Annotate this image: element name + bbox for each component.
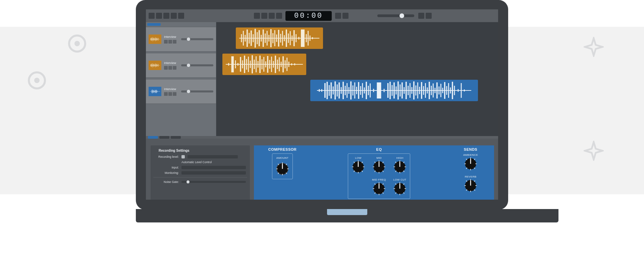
track-row[interactable]: Interview — [146, 53, 216, 78]
toolbar-button[interactable] — [335, 13, 341, 19]
svg-rect-117 — [346, 83, 347, 98]
svg-rect-71 — [312, 37, 313, 39]
svg-rect-121 — [354, 82, 355, 98]
svg-rect-5 — [151, 38, 152, 41]
toolbar-button[interactable] — [342, 13, 348, 19]
track-mute-button[interactable] — [164, 66, 168, 70]
svg-rect-105 — [321, 89, 322, 92]
input-select[interactable] — [181, 166, 246, 169]
track-row[interactable]: Interview — [146, 27, 216, 52]
svg-rect-69 — [308, 31, 309, 46]
noise-gate-slider[interactable] — [181, 181, 246, 183]
track-arm-button[interactable] — [173, 40, 176, 44]
eq-high-knob[interactable] — [392, 159, 407, 174]
eq-midfreq-knob[interactable] — [372, 181, 386, 196]
toolbar-button[interactable] — [149, 13, 155, 19]
track-volume-slider[interactable] — [181, 64, 213, 66]
svg-rect-107 — [327, 82, 328, 99]
track-solo-button[interactable] — [168, 40, 172, 44]
svg-rect-30 — [153, 90, 153, 92]
sends-reverb-knob[interactable] — [463, 178, 478, 193]
svg-rect-97 — [281, 62, 282, 67]
eq-lowcut-knob[interactable] — [392, 181, 407, 196]
svg-rect-15 — [158, 38, 158, 41]
panel-tab[interactable] — [159, 136, 169, 139]
svg-point-1 — [34, 78, 40, 83]
fx-panel: COMPRESSOR AMOUNT — [254, 145, 494, 200]
audio-clip[interactable] — [236, 27, 323, 49]
eq-mid-knob[interactable] — [372, 159, 386, 174]
track-label: Interview — [164, 61, 176, 65]
track-solo-button[interactable] — [168, 92, 172, 96]
toolbar-button[interactable] — [426, 13, 432, 19]
svg-rect-41 — [249, 33, 250, 44]
svg-line-250 — [466, 181, 467, 182]
transport-stop-button[interactable] — [269, 13, 275, 19]
timeline[interactable] — [216, 22, 498, 136]
svg-rect-65 — [296, 34, 297, 42]
toolbar-right-group — [335, 13, 348, 19]
svg-line-230 — [395, 184, 396, 185]
toolbar-button[interactable] — [418, 13, 424, 19]
svg-rect-12 — [156, 38, 156, 40]
svg-rect-153 — [427, 87, 428, 93]
svg-line-190 — [354, 162, 355, 163]
svg-rect-91 — [269, 60, 270, 69]
svg-rect-36 — [157, 91, 157, 92]
track-volume-slider[interactable] — [181, 38, 213, 40]
svg-line-184 — [362, 162, 363, 163]
panel-tab[interactable] — [171, 136, 181, 139]
monitoring-select[interactable] — [181, 171, 246, 175]
svg-rect-141 — [404, 87, 405, 94]
svg-rect-74 — [235, 60, 236, 68]
toolbar-button[interactable] — [156, 13, 162, 19]
svg-line-206 — [404, 171, 405, 172]
toolbar-button[interactable] — [178, 13, 184, 19]
svg-rect-32 — [154, 91, 155, 92]
toolbar-button[interactable] — [171, 13, 177, 19]
svg-line-188 — [354, 171, 355, 172]
svg-rect-29 — [152, 90, 153, 93]
svg-line-234 — [474, 159, 475, 160]
track-solo-button[interactable] — [168, 66, 172, 70]
input-label: Input: — [155, 166, 179, 169]
svg-rect-61 — [288, 34, 289, 43]
eq-low-knob[interactable] — [351, 159, 366, 174]
compressor-amount-knob[interactable] — [275, 161, 290, 176]
master-volume-slider[interactable] — [377, 14, 414, 17]
recording-level-slider[interactable] — [187, 155, 238, 158]
svg-rect-16 — [151, 64, 151, 67]
svg-rect-9 — [154, 38, 154, 41]
recording-settings-panel: Recording Settings Recording level: Auto… — [151, 145, 250, 200]
slider-thumb-icon — [186, 181, 190, 184]
svg-rect-72 — [228, 63, 229, 66]
timecode-display: 00:00 — [285, 11, 332, 21]
track-volume-slider[interactable] — [181, 90, 213, 92]
panel-tab[interactable] — [148, 136, 158, 139]
svg-rect-128 — [368, 86, 369, 95]
svg-rect-112 — [337, 84, 338, 96]
svg-rect-18 — [152, 65, 152, 66]
svg-rect-21 — [154, 64, 154, 67]
svg-rect-39 — [245, 35, 246, 42]
transport-play-button[interactable] — [261, 13, 267, 19]
laptop: 00:00 — [136, 0, 508, 222]
svg-rect-123 — [358, 82, 359, 99]
track-mute-button[interactable] — [164, 92, 168, 96]
audio-clip[interactable] — [310, 80, 478, 101]
audio-clip[interactable] — [222, 54, 306, 75]
track-row[interactable]: Interview — [146, 79, 216, 104]
track-mute-button[interactable] — [164, 40, 168, 44]
sends-ambience-knob[interactable] — [463, 156, 478, 171]
transport-record-button[interactable] — [276, 13, 282, 19]
track-arm-button[interactable] — [173, 66, 176, 70]
svg-rect-23 — [155, 64, 156, 67]
svg-line-236 — [474, 168, 475, 169]
track-arm-button[interactable] — [173, 92, 176, 96]
svg-rect-118 — [348, 87, 350, 94]
recording-level-checkbox[interactable] — [181, 155, 185, 158]
svg-rect-46 — [259, 30, 260, 46]
toolbar-button[interactable] — [163, 13, 169, 19]
transport-rewind-button[interactable] — [254, 13, 260, 19]
svg-rect-73 — [231, 56, 234, 72]
